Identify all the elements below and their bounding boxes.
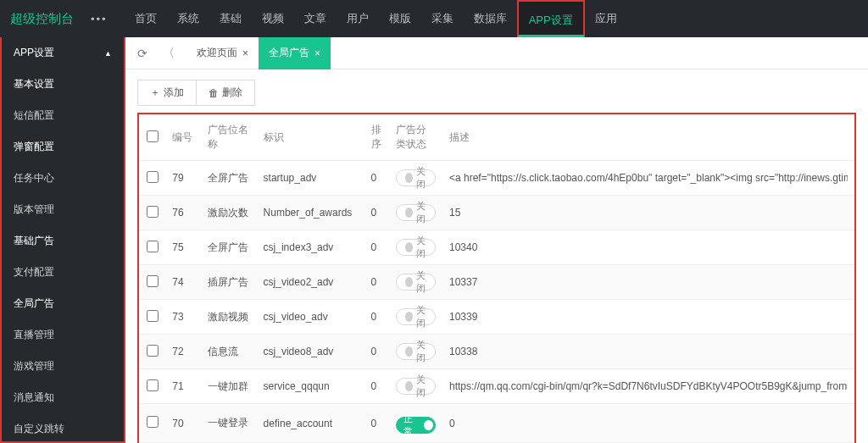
cell-sort: 0: [364, 300, 389, 335]
header-desc[interactable]: 描述: [442, 114, 854, 161]
status-toggle[interactable]: 关闭: [396, 274, 436, 291]
row-checkbox[interactable]: [147, 345, 159, 357]
sidebar-item[interactable]: 任务中心: [2, 163, 124, 194]
toggle-label: 关闭: [416, 165, 430, 191]
header-status[interactable]: 广告分类状态: [389, 114, 442, 161]
close-icon[interactable]: ×: [314, 47, 320, 59]
topnav-item[interactable]: 采集: [421, 0, 464, 37]
cell-flag: startup_adv: [257, 161, 364, 196]
data-table: 编号 广告位名称 标识 排序 广告分类状态 描述 79全屏广告startup_a…: [137, 113, 856, 443]
sidebar-item[interactable]: 基础广告: [2, 225, 124, 257]
refresh-icon[interactable]: ⟳: [134, 45, 151, 62]
tab[interactable]: 欢迎页面×: [186, 37, 259, 69]
table-header-row: 编号 广告位名称 标识 排序 广告分类状态 描述: [139, 114, 854, 161]
header-id[interactable]: 编号: [165, 114, 201, 161]
cell-id: 70: [165, 404, 201, 443]
close-icon[interactable]: ×: [242, 47, 248, 59]
cell-sort: 0: [364, 230, 389, 265]
topnav-item[interactable]: 首页: [125, 0, 167, 37]
header-flag[interactable]: 标识: [257, 114, 364, 161]
status-toggle[interactable]: 关闭: [396, 169, 436, 186]
back-icon[interactable]: 〈: [159, 44, 178, 63]
row-checkbox[interactable]: [147, 310, 159, 322]
cell-id: 72: [165, 335, 201, 369]
status-toggle[interactable]: 正常: [396, 417, 436, 434]
cell-posname: 全屏广告: [201, 161, 256, 196]
cell-flag: Number_of_awards: [257, 196, 364, 230]
cell-posname: 一键加群: [201, 369, 256, 404]
sidebar-item[interactable]: 基本设置: [2, 69, 124, 100]
toggle-knob-icon: [424, 420, 433, 430]
sidebar-item[interactable]: 版本管理: [2, 194, 124, 225]
table-row: 75全屏广告csj_index3_adv0关闭10340: [139, 230, 854, 265]
row-checkbox[interactable]: [147, 171, 159, 183]
table-row: 70一键登录define_account0正常0: [139, 404, 854, 443]
cell-id: 76: [165, 196, 201, 230]
table-row: 79全屏广告startup_adv0关闭<a href="https://s.c…: [139, 161, 854, 196]
row-checkbox[interactable]: [147, 206, 159, 218]
cell-flag: service_qqqun: [257, 369, 364, 404]
topnav-item[interactable]: 数据库: [464, 0, 517, 37]
topnav-item[interactable]: 模版: [379, 0, 421, 37]
topnav-item[interactable]: 应用: [585, 0, 627, 37]
topnav-item[interactable]: APP设置: [517, 0, 585, 37]
header-posname[interactable]: 广告位名称: [201, 114, 256, 161]
sidebar-item[interactable]: 消息通知: [2, 382, 124, 413]
toggle-label: 正常: [403, 413, 420, 438]
cell-flag: csj_video_adv: [257, 300, 364, 335]
brand-title: 超级控制台: [10, 11, 74, 27]
cell-desc: 10338: [442, 335, 854, 369]
cell-sort: 0: [364, 369, 389, 404]
topnav-item[interactable]: 基础: [209, 0, 252, 37]
toggle-label: 关闭: [416, 304, 430, 329]
cell-posname: 激励次数: [201, 196, 256, 230]
sidebar-item[interactable]: 直播管理: [2, 319, 124, 351]
select-all-checkbox[interactable]: [147, 130, 159, 142]
add-button[interactable]: ＋ 添加: [137, 80, 196, 106]
cell-status: 正常: [389, 404, 442, 443]
topnav-item[interactable]: 视频: [252, 0, 294, 37]
toggle-knob-icon: [405, 173, 413, 183]
row-checkbox[interactable]: [147, 241, 159, 252]
header-sort[interactable]: 排序: [364, 114, 389, 161]
row-checkbox[interactable]: [147, 275, 159, 287]
more-dots-icon[interactable]: •••: [91, 13, 108, 25]
status-toggle[interactable]: 关闭: [396, 239, 436, 256]
cell-status: 关闭: [389, 265, 442, 300]
status-toggle[interactable]: 关闭: [396, 343, 436, 360]
delete-button[interactable]: 🗑 删除: [196, 80, 255, 106]
sidebar-item[interactable]: 弹窗配置: [2, 131, 124, 163]
status-toggle[interactable]: 关闭: [396, 204, 436, 221]
toggle-knob-icon: [405, 208, 413, 218]
sidebar-item[interactable]: 支付配置: [2, 257, 124, 288]
toggle-knob-icon: [405, 346, 413, 357]
plus-icon: ＋: [150, 86, 160, 100]
sidebar-header[interactable]: APP设置 ▲: [2, 37, 124, 69]
cell-id: 73: [165, 300, 201, 335]
cell-id: 75: [165, 230, 201, 265]
row-checkbox[interactable]: [147, 416, 159, 428]
cell-status: 关闭: [389, 230, 442, 265]
cell-sort: 0: [364, 404, 389, 443]
select-all-cell: [139, 114, 165, 161]
content-area: ＋ 添加 🗑 删除 编号 广告位名称 标识 排: [125, 69, 868, 443]
status-toggle[interactable]: 关闭: [396, 308, 436, 325]
status-toggle[interactable]: 关闭: [396, 378, 436, 395]
sidebar-item[interactable]: 自定义跳转: [2, 413, 124, 443]
cell-id: 74: [165, 265, 201, 300]
cell-status: 关闭: [389, 161, 442, 196]
tab-label: 欢迎页面: [197, 46, 237, 60]
row-checkbox[interactable]: [147, 379, 159, 391]
sidebar-item[interactable]: 全局广告: [2, 288, 124, 319]
sidebar-item[interactable]: 游戏管理: [2, 351, 124, 382]
topnav-item[interactable]: 系统: [167, 0, 209, 37]
topnav-item[interactable]: 用户: [337, 0, 379, 37]
sidebar-item[interactable]: 短信配置: [2, 100, 124, 131]
cell-desc: https://qm.qq.com/cgi-bin/qm/qr?k=SdDf7N…: [442, 369, 854, 404]
add-button-label: 添加: [164, 86, 184, 100]
cell-posname: 激励视频: [201, 300, 256, 335]
table-row: 73激励视频csj_video_adv0关闭10339: [139, 300, 854, 335]
tab[interactable]: 全局广告×: [259, 37, 331, 69]
cell-id: 79: [165, 161, 201, 196]
topnav-item[interactable]: 文章: [294, 0, 337, 37]
